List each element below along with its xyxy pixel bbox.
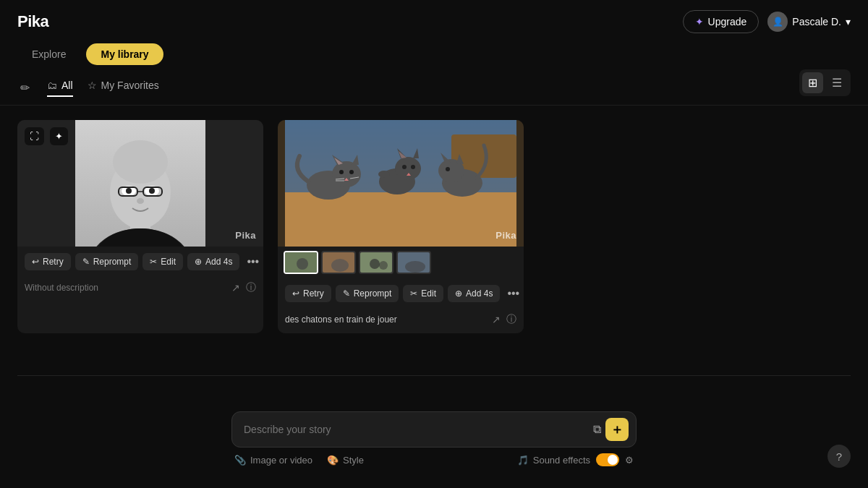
card1-desc-text: Without description <box>25 283 98 293</box>
filter-bar: ✏ 🗂 All ☆ My Favorites <box>0 71 868 106</box>
prompt-bar-wrapper: ⧉ ＋ 📎 Image or video 🎨 Style 🎵 Sound eff… <box>231 411 637 466</box>
svg-point-34 <box>402 165 407 169</box>
explore-tab[interactable]: Explore <box>17 43 80 65</box>
card1-expand-button[interactable]: ⛶ <box>25 127 44 145</box>
card2-description: des chatons en train de jouer ↗ ⓘ <box>278 309 524 333</box>
prompt-send-button[interactable]: ＋ <box>605 418 629 441</box>
share-icon: ↗ <box>492 314 501 325</box>
expand-icon: ⛶ <box>30 131 39 142</box>
card2-edit-button[interactable]: ✂ Edit <box>403 285 443 302</box>
reprompt-label: Reprompt <box>354 288 392 299</box>
filter-all[interactable]: 🗂 All <box>47 80 73 97</box>
card1-info-button[interactable]: ⓘ <box>246 281 256 294</box>
magic-icon: ✦ <box>55 131 63 142</box>
add4s-label: Add 4s <box>466 288 493 299</box>
prompt-actions-right: ⧉ ＋ <box>593 418 629 441</box>
svg-point-8 <box>149 188 155 194</box>
grid-view-button[interactable]: ⊞ <box>802 72 823 93</box>
card1-magic-button[interactable]: ✦ <box>50 127 68 145</box>
thumbnail-3[interactable] <box>359 251 393 274</box>
card2-reprompt-button[interactable]: ✎ Reprompt <box>336 285 399 302</box>
card2-add4s-button[interactable]: ⊕ Add 4s <box>448 285 500 302</box>
filter-favorites-label: My Favorites <box>101 80 159 91</box>
reprompt-icon: ✎ <box>343 288 350 299</box>
svg-point-48 <box>370 259 380 269</box>
edit-label: Edit <box>161 257 176 267</box>
card2-share-button[interactable]: ↗ <box>492 314 501 325</box>
share-icon: ↗ <box>231 282 240 294</box>
upgrade-label: Upgrade <box>708 16 747 27</box>
card1-retry-button[interactable]: ↩ Retry <box>25 253 71 270</box>
more-icon: ••• <box>507 287 519 299</box>
info-icon: ⓘ <box>506 313 516 325</box>
image-or-video-button[interactable]: 📎 Image or video <box>234 455 312 466</box>
card1-add4s-button[interactable]: ⊕ Add 4s <box>187 253 239 270</box>
card1-actions: ↩ Retry ✎ Reprompt ✂ Edit ⊕ Add 4s ••• <box>17 247 263 277</box>
card2-desc-actions: ↗ ⓘ <box>492 313 516 326</box>
prompt-bar: ⧉ ＋ <box>231 411 637 448</box>
prompt-input[interactable] <box>244 422 600 437</box>
svg-point-35 <box>411 165 415 169</box>
card1-desc-actions: ↗ ⓘ <box>231 281 256 294</box>
thumbnail-2[interactable] <box>321 251 356 274</box>
card1-watermark: Pika <box>235 230 256 241</box>
user-chevron-icon: ▾ <box>846 16 851 27</box>
header: Pika ✦ Upgrade 👤 Pascale D. ▾ <box>0 0 868 43</box>
filter-all-label: All <box>61 80 73 91</box>
edit-label: Edit <box>421 288 436 299</box>
reprompt-icon: ✎ <box>82 257 90 267</box>
list-view-button[interactable]: ☰ <box>826 72 848 93</box>
svg-point-44 <box>297 258 308 270</box>
thumbnail-1[interactable] <box>284 251 318 274</box>
style-label: Style <box>343 455 364 466</box>
my-library-tab[interactable]: My library <box>86 43 163 65</box>
svg-point-46 <box>331 259 349 272</box>
card2-retry-button[interactable]: ↩ Retry <box>285 285 331 302</box>
filter-favorites[interactable]: ☆ My Favorites <box>88 80 159 97</box>
svg-point-30 <box>395 157 421 180</box>
edit-icon: ✂ <box>150 257 157 267</box>
card2-info-button[interactable]: ⓘ <box>506 313 516 326</box>
toggle-knob <box>608 455 618 465</box>
image-or-video-label: Image or video <box>250 455 312 466</box>
settings-button[interactable]: ⚙ <box>625 455 634 466</box>
edit-icon: ✏ <box>20 82 30 94</box>
sound-toggle[interactable] <box>596 453 619 466</box>
card1-more-button[interactable]: ••• <box>244 252 262 271</box>
card1-share-button[interactable]: ↗ <box>231 282 240 294</box>
card2-desc-text: des chatons en train de jouer <box>285 314 397 325</box>
prompt-copy-button[interactable]: ⧉ <box>593 423 601 436</box>
card2-media: Pika <box>278 120 524 247</box>
media-card-1: ⛶ ✦ <box>17 120 263 333</box>
card1-edit-button[interactable]: ✂ Edit <box>142 253 183 270</box>
divider <box>17 375 851 376</box>
upgrade-star-icon: ✦ <box>695 16 704 27</box>
retry-label: Retry <box>43 257 64 267</box>
help-button[interactable]: ? <box>827 445 851 468</box>
reprompt-label: Reprompt <box>93 257 132 267</box>
sound-effects-button[interactable]: 🎵 Sound effects <box>517 455 590 466</box>
more-icon: ••• <box>247 255 259 267</box>
app-logo: Pika <box>17 12 48 31</box>
help-icon: ? <box>836 450 842 463</box>
view-toggle: ⊞ ☰ <box>799 69 851 96</box>
card1-description: Without description ↗ ⓘ <box>17 277 263 301</box>
card1-reprompt-button[interactable]: ✎ Reprompt <box>75 253 139 270</box>
filter-edit-button[interactable]: ✏ <box>17 78 33 98</box>
retry-icon: ↩ <box>32 257 39 267</box>
card2-more-button[interactable]: ••• <box>504 284 522 303</box>
info-icon: ⓘ <box>246 281 256 293</box>
card1-controls-top: ⛶ ✦ <box>25 127 68 145</box>
svg-point-37 <box>378 171 390 178</box>
upgrade-button[interactable]: ✦ Upgrade <box>683 10 760 33</box>
retry-icon: ↩ <box>292 288 299 299</box>
copy-icon: ⧉ <box>593 423 601 435</box>
svg-point-19 <box>332 161 361 187</box>
style-button[interactable]: 🎨 Style <box>327 455 364 466</box>
settings-icon: ⚙ <box>625 455 634 466</box>
user-menu-button[interactable]: 👤 Pascale D. ▾ <box>767 12 851 32</box>
thumbnail-4[interactable] <box>396 251 431 274</box>
prompt-bar-bottom: 📎 Image or video 🎨 Style 🎵 Sound effects… <box>231 448 637 466</box>
svg-point-7 <box>126 188 132 194</box>
nav-tabs: Explore My library <box>0 43 868 65</box>
